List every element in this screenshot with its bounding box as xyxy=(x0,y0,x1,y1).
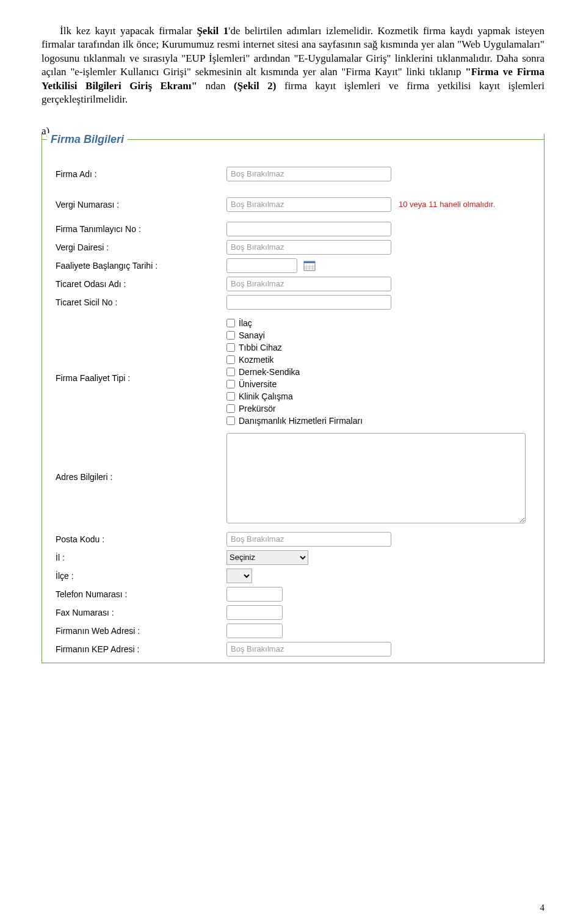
faaliyet-tipi-item[interactable]: Prekürsör xyxy=(226,404,363,413)
checkbox[interactable] xyxy=(226,368,235,376)
kep-input[interactable] xyxy=(226,642,391,657)
ticaret-odasi-input[interactable] xyxy=(226,277,391,291)
firma-tanim-no-input[interactable] xyxy=(226,222,391,236)
label-faaliyet-tarih: Faaliyete Başlangıç Tarihi : xyxy=(56,261,226,271)
label-telefon: Telefon Numarası : xyxy=(56,589,226,599)
faaliyet-tipi-item[interactable]: Kozmetik xyxy=(226,355,363,365)
label-web: Firmanın Web Adresi : xyxy=(56,626,226,636)
faaliyet-tarih-input[interactable] xyxy=(226,258,297,273)
fieldset-legend: Firma Bilgileri xyxy=(47,133,128,146)
label-adres: Adres Bilgileri : xyxy=(56,433,226,482)
il-select[interactable]: Seçiniz xyxy=(226,550,308,565)
faaliyet-tipi-item[interactable]: Tıbbi Cihaz xyxy=(226,343,363,352)
legend-line xyxy=(128,139,544,140)
label-ticaret-odasi: Ticaret Odası Adı : xyxy=(56,279,226,289)
checkbox-label: Tıbbi Cihaz xyxy=(239,343,282,352)
label-fax: Fax Numarası : xyxy=(56,608,226,617)
label-faaliyet-tipi: Firma Faaliyet Tipi : xyxy=(56,318,226,383)
label-ticaret-sicil: Ticaret Sicil No : xyxy=(56,297,226,307)
checkbox[interactable] xyxy=(226,392,235,401)
checkbox[interactable] xyxy=(226,331,235,340)
checkbox-label: Üniversite xyxy=(239,379,277,389)
faaliyet-tipi-item[interactable]: İlaç xyxy=(226,318,363,328)
vergi-no-hint: 10 veya 11 haneli olmalıdır. xyxy=(399,200,495,209)
faaliyet-tipi-item[interactable]: Danışmanlık Hizmetleri Firmaları xyxy=(226,416,363,426)
text-seg: ndan xyxy=(197,80,234,92)
checkbox-label: Prekürsör xyxy=(239,404,276,413)
checkbox[interactable] xyxy=(226,380,235,388)
faaliyet-tipi-item[interactable]: Klinik Çalışma xyxy=(226,391,363,401)
vergi-dairesi-input[interactable] xyxy=(226,240,391,255)
text-bold-sekil1: Şekil 1 xyxy=(197,25,228,37)
ticaret-sicil-input[interactable] xyxy=(226,295,391,310)
label-il: İl : xyxy=(56,553,226,562)
checkbox-label: Sanayi xyxy=(239,330,265,340)
label-firma-tanim-no: Firma Tanımlayıcı No : xyxy=(56,224,226,234)
faaliyet-tipi-item[interactable]: Dernek-Sendika xyxy=(226,367,363,377)
checkbox-label: Danışmanlık Hizmetleri Firmaları xyxy=(239,416,363,426)
checkbox[interactable] xyxy=(226,343,235,352)
checkbox-label: Klinik Çalışma xyxy=(239,391,293,401)
web-input[interactable] xyxy=(226,624,283,638)
telefon-input[interactable] xyxy=(226,587,283,602)
adres-textarea[interactable] xyxy=(226,433,526,523)
instruction-paragraph: İlk kez kayıt yapacak firmalar Şekil 1'd… xyxy=(42,24,544,107)
text-bold-sekil2: (Şekil 2) xyxy=(234,80,276,92)
faaliyet-tipi-list: İlaç Sanayi Tıbbi Cihaz Kozmetik Dernek-… xyxy=(226,318,363,426)
faaliyet-tipi-item[interactable]: Sanayi xyxy=(226,330,363,340)
legend-line xyxy=(42,139,47,140)
text-seg: İlk kez kayıt yapacak firmalar xyxy=(60,25,197,37)
checkbox[interactable] xyxy=(226,404,235,413)
label-ilce: İlçe : xyxy=(56,571,226,581)
label-vergi-dairesi: Vergi Dairesi : xyxy=(56,242,226,252)
fax-input[interactable] xyxy=(226,605,283,620)
label-posta-kodu: Posta Kodu : xyxy=(56,534,226,544)
checkbox[interactable] xyxy=(226,417,235,425)
checkbox[interactable] xyxy=(226,319,235,327)
label-kep: Firmanın KEP Adresi : xyxy=(56,644,226,654)
checkbox[interactable] xyxy=(226,355,235,364)
label-firma-adi: Firma Adı : xyxy=(56,169,226,179)
svg-rect-1 xyxy=(304,261,315,263)
ilce-select[interactable] xyxy=(226,569,252,583)
firma-adi-input[interactable] xyxy=(226,167,391,181)
faaliyet-tipi-item[interactable]: Üniversite xyxy=(226,379,363,389)
calendar-icon[interactable] xyxy=(303,260,316,271)
checkbox-label: Kozmetik xyxy=(239,355,274,365)
checkbox-label: Dernek-Sendika xyxy=(239,367,300,377)
posta-kodu-input[interactable] xyxy=(226,532,391,547)
page-number: 4 xyxy=(540,903,545,913)
vergi-no-input[interactable] xyxy=(226,197,391,212)
label-vergi-no: Vergi Numarası : xyxy=(56,200,226,209)
firma-bilgileri-fieldset: Firma Bilgileri Firma Adı : Vergi Numara… xyxy=(42,134,544,663)
checkbox-label: İlaç xyxy=(239,318,252,328)
